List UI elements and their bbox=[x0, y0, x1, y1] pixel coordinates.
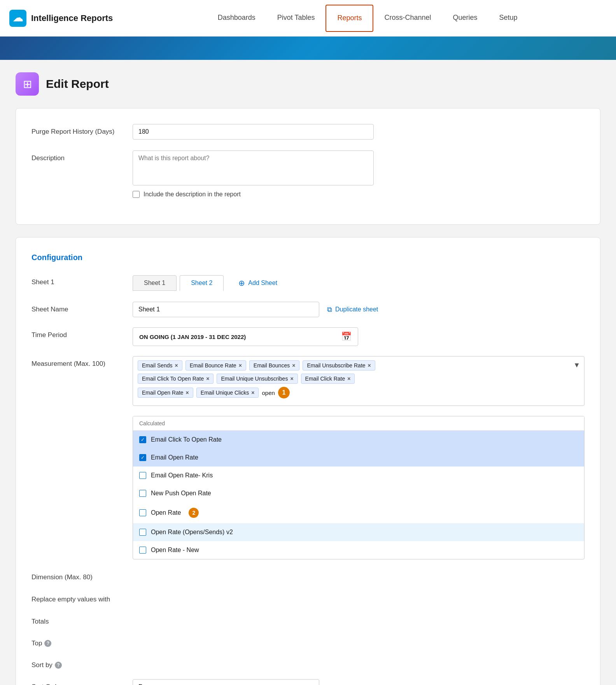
time-period-row: Time Period ON GOING (1 JAN 2019 - 31 DE… bbox=[32, 327, 584, 346]
time-period-label: Time Period bbox=[32, 327, 133, 339]
purge-history-row: Purge Report History (Days) bbox=[32, 124, 584, 140]
measurement-label: Measurement (Max. 100) bbox=[32, 356, 133, 368]
tab-sheet1[interactable]: Sheet 1 bbox=[133, 275, 177, 291]
include-description-checkbox[interactable] bbox=[133, 191, 140, 198]
measurement-row: Measurement (Max. 100) Email Sends × Ema… bbox=[32, 356, 584, 406]
dropdown-checkbox-0 bbox=[139, 436, 146, 443]
description-row: Description Include the description in t… bbox=[32, 150, 584, 198]
top-navigation: ☁ Intelligence Reports Dashboards Pivot … bbox=[0, 0, 616, 37]
totals-row: Totals bbox=[32, 614, 584, 626]
duplicate-sheet-button[interactable]: ⧉ Duplicate sheet bbox=[327, 306, 378, 314]
dropdown-item-open-rate[interactable]: Open Rate 2 bbox=[133, 502, 584, 523]
description-textarea[interactable] bbox=[133, 150, 374, 185]
tag-email-bounce-rate: Email Bounce Rate × bbox=[186, 360, 246, 370]
purge-history-input[interactable] bbox=[133, 124, 374, 140]
include-description-row: Include the description in the report bbox=[133, 191, 584, 198]
dropdown-item-new-push-open-rate[interactable]: New Push Open Rate bbox=[133, 484, 584, 502]
dropdown-item-email-open-rate[interactable]: Email Open Rate bbox=[133, 449, 584, 467]
sort-order-label: Sort Order bbox=[32, 679, 133, 685]
top-info-icon: ? bbox=[44, 640, 51, 647]
add-sheet-button[interactable]: ⊕ Add Sheet bbox=[231, 274, 284, 292]
purge-history-label: Purge Report History (Days) bbox=[32, 124, 133, 136]
remove-tag-email-sends[interactable]: × bbox=[175, 362, 178, 369]
dropdown-spacer-label bbox=[32, 416, 133, 420]
remove-tag-email-unsubscribe-rate[interactable]: × bbox=[368, 362, 371, 369]
main-nav: Dashboards Pivot Tables Reports Cross-Ch… bbox=[128, 0, 607, 37]
remove-tag-email-unique-clicks[interactable]: × bbox=[251, 390, 254, 396]
dropdown-item-open-rate-new[interactable]: Open Rate - New bbox=[133, 541, 584, 559]
tag-email-unique-clicks: Email Unique Clicks × bbox=[196, 388, 259, 398]
sort-order-row: Sort Order Desc ▼ bbox=[32, 679, 584, 685]
nav-item-pivot-tables[interactable]: Pivot Tables bbox=[266, 0, 326, 37]
open-rate-badge: 2 bbox=[189, 508, 199, 518]
edit-report-icon: ⊞ bbox=[16, 72, 39, 96]
dropdown-checkbox-4 bbox=[139, 509, 146, 516]
dropdown-section-calculated: Calculated bbox=[133, 416, 584, 431]
sort-order-arrow: ▼ bbox=[307, 683, 313, 685]
page-content: ⊞ Edit Report Purge Report History (Days… bbox=[0, 60, 616, 685]
sheet-name-control: ⧉ Duplicate sheet bbox=[133, 302, 584, 317]
purge-history-control bbox=[133, 124, 584, 140]
sheets-tabs-row: Sheet 1 Sheet 1 Sheet 2 ⊕ Add Sheet bbox=[32, 274, 584, 292]
replace-empty-row: Replace empty values with bbox=[32, 591, 584, 604]
sheets-label: Sheet 1 bbox=[32, 274, 133, 286]
sort-by-label-wrap: Sort by ? bbox=[32, 657, 133, 669]
tab-sheet2[interactable]: Sheet 2 bbox=[180, 275, 224, 291]
calendar-icon: 📅 bbox=[341, 332, 352, 342]
remove-tag-email-click-rate[interactable]: × bbox=[347, 376, 350, 382]
dimension-row: Dimension (Max. 80) bbox=[32, 570, 584, 581]
sheet-name-row: Sheet Name ⧉ Duplicate sheet bbox=[32, 302, 584, 317]
dropdown-checkbox-2 bbox=[139, 472, 146, 479]
duplicate-icon: ⧉ bbox=[327, 306, 332, 314]
remove-tag-email-bounces[interactable]: × bbox=[292, 362, 295, 369]
tag-email-sends: Email Sends × bbox=[138, 360, 182, 370]
totals-label: Totals bbox=[32, 614, 133, 626]
sort-order-select[interactable]: Desc ▼ bbox=[133, 679, 319, 685]
remove-tag-email-bounce-rate[interactable]: × bbox=[239, 362, 242, 369]
top-label-wrap: Top ? bbox=[32, 636, 133, 647]
top-row: Top ? bbox=[32, 636, 584, 647]
remove-tag-email-click-to-open[interactable]: × bbox=[206, 376, 209, 382]
page-title: Edit Report bbox=[46, 77, 109, 91]
measurement-dropdown: Calculated Email Click To Open Rate Emai… bbox=[133, 416, 584, 559]
dropdown-item-email-open-rate-kris[interactable]: Email Open Rate- Kris bbox=[133, 467, 584, 484]
configuration-card: Configuration Sheet 1 Sheet 1 Sheet 2 ⊕ … bbox=[16, 237, 600, 685]
include-description-label: Include the description in the report bbox=[144, 191, 241, 198]
nav-item-cross-channel[interactable]: Cross-Channel bbox=[373, 0, 442, 37]
app-name: Intelligence Reports bbox=[31, 13, 113, 23]
dropdown-checkbox-1 bbox=[139, 454, 146, 461]
dropdown-checkbox-3 bbox=[139, 490, 146, 497]
dropdown-row: Calculated Email Click To Open Rate Emai… bbox=[32, 416, 584, 559]
dropdown-checkbox-6 bbox=[139, 547, 146, 554]
nav-item-queries[interactable]: Queries bbox=[442, 0, 488, 37]
dimension-label: Dimension (Max. 80) bbox=[32, 570, 133, 581]
add-sheet-icon: ⊕ bbox=[238, 278, 245, 288]
dropdown-checkbox-5 bbox=[139, 529, 146, 536]
measurement-dropdown-arrow[interactable]: ▼ bbox=[573, 361, 580, 369]
tags-line-1: Email Sends × Email Bounce Rate × Email … bbox=[138, 360, 579, 370]
nav-item-dashboards[interactable]: Dashboards bbox=[207, 0, 266, 37]
remove-tag-email-unique-unsubscribes[interactable]: × bbox=[290, 376, 293, 382]
tag-email-open-rate: Email Open Rate × bbox=[138, 388, 193, 398]
accent-bar bbox=[0, 37, 616, 60]
nav-item-reports[interactable]: Reports bbox=[326, 5, 373, 32]
tags-line-3: Email Open Rate × Email Unique Clicks × … bbox=[138, 387, 579, 398]
nav-item-setup[interactable]: Setup bbox=[488, 0, 528, 37]
dropdown-item-open-rate-v2[interactable]: Open Rate (Opens/Sends) v2 bbox=[133, 523, 584, 541]
tag-email-bounces: Email Bounces × bbox=[249, 360, 300, 370]
measurement-badge: 1 bbox=[278, 387, 290, 398]
time-period-input[interactable]: ON GOING (1 JAN 2019 - 31 DEC 2022) 📅 bbox=[133, 327, 358, 346]
remove-tag-email-open-rate[interactable]: × bbox=[186, 390, 189, 396]
app-logo[interactable]: ☁ Intelligence Reports bbox=[9, 10, 113, 27]
sort-order-search[interactable] bbox=[206, 684, 253, 685]
page-header: ⊞ Edit Report bbox=[16, 72, 600, 96]
tag-email-click-rate: Email Click Rate × bbox=[301, 374, 355, 384]
sheet-name-input[interactable] bbox=[133, 302, 319, 317]
measurement-control[interactable]: Email Sends × Email Bounce Rate × Email … bbox=[133, 356, 584, 406]
sheet-name-label: Sheet Name bbox=[32, 302, 133, 313]
replace-empty-label: Replace empty values with bbox=[32, 591, 133, 604]
sort-by-info-icon: ? bbox=[55, 662, 62, 669]
tag-email-unique-unsubscribes: Email Unique Unsubscribes × bbox=[217, 374, 298, 384]
dropdown-item-email-click-to-open[interactable]: Email Click To Open Rate bbox=[133, 431, 584, 449]
sort-by-row: Sort by ? bbox=[32, 657, 584, 669]
